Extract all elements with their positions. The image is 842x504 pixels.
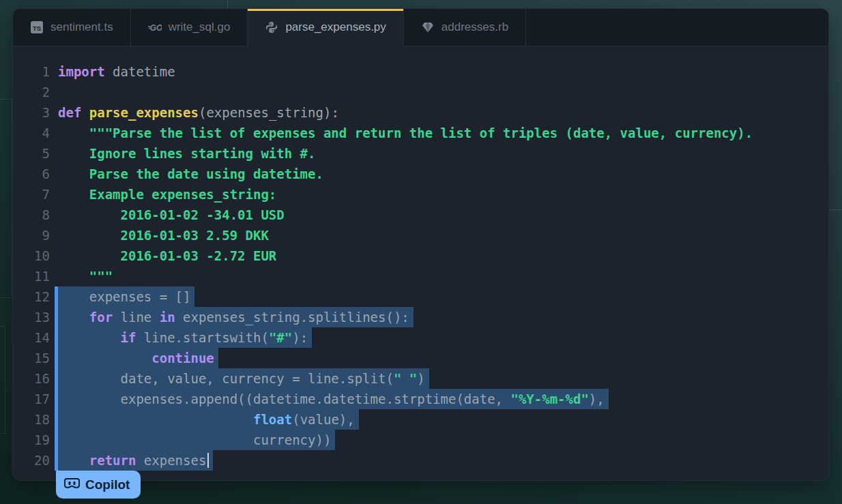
tab-bar: TSsentiment.tsGOwrite_sql.goparse_expens… [13, 9, 828, 46]
bar-slot [50, 205, 58, 225]
ruby-icon [421, 20, 435, 34]
code-text: float(value), [58, 409, 359, 430]
code-text: 2016-01-02 -34.01 USD [58, 205, 285, 225]
code-line-16[interactable]: 16 date, value, currency = line.split(" … [13, 368, 828, 389]
svg-text:TS: TS [33, 25, 41, 32]
line-number: 10 [13, 246, 50, 266]
code-text: def parse_expenses(expenses_string): [58, 102, 339, 123]
tab-sentiment-ts[interactable]: TSsentiment.ts [13, 9, 131, 46]
bar-slot [50, 82, 58, 102]
bar-slot [50, 225, 58, 246]
line-number: 20 [13, 450, 50, 471]
bar-slot [50, 246, 58, 266]
selection-bar [50, 430, 58, 450]
code-line-5[interactable]: 5 Ignore lines starting with #. [13, 143, 828, 164]
line-number: 6 [13, 164, 50, 184]
background-grid-box [0, 326, 5, 434]
line-number: 1 [13, 61, 50, 82]
line-number: 15 [13, 348, 50, 368]
line-number: 18 [13, 409, 50, 430]
code-text: return expenses [58, 450, 213, 471]
code-line-7[interactable]: 7 Example expenses_string: [13, 184, 828, 205]
code-text: expenses.append((datetime.datetime.strpt… [58, 389, 609, 409]
selection-bar [50, 307, 58, 327]
code-text: """ [58, 266, 113, 286]
code-line-4[interactable]: 4 """Parse the list of expenses and retu… [13, 123, 828, 143]
code-text: 2016-01-03 -2.72 EUR [58, 246, 276, 266]
line-number: 13 [13, 307, 50, 327]
code-line-1[interactable]: 1import datetime [13, 61, 828, 82]
code-line-12[interactable]: 12 expenses = [] [13, 286, 828, 307]
text-cursor [207, 453, 209, 468]
code-text: if line.startswith("#"): [58, 327, 312, 348]
code-text: Parse the date using datetime. [58, 164, 323, 184]
typescript-icon: TS [30, 20, 44, 34]
tab-label: sentiment.ts [50, 20, 113, 34]
code-line-2[interactable]: 2 [13, 82, 828, 102]
code-area[interactable]: 1import datetime23def parse_expenses(exp… [13, 46, 828, 481]
code-text: currency)) [58, 430, 335, 450]
bar-slot [50, 266, 58, 286]
line-number: 4 [13, 123, 50, 143]
bar-slot [50, 102, 58, 123]
code-line-8[interactable]: 8 2016-01-02 -34.01 USD [13, 205, 828, 225]
tab-parse_expenses-py[interactable]: parse_expenses.py [248, 9, 403, 46]
bar-slot [50, 164, 58, 184]
code-line-20[interactable]: 20 return expenses [13, 450, 828, 471]
line-number: 12 [13, 286, 50, 307]
code-line-6[interactable]: 6 Parse the date using datetime. [13, 164, 828, 184]
code-text: continue [58, 348, 218, 368]
code-text: Ignore lines starting with #. [58, 143, 316, 164]
background-grid-line [829, 209, 842, 210]
background-grid-box [0, 99, 12, 298]
line-number: 7 [13, 184, 50, 205]
selection-bar [50, 286, 58, 307]
code-text: 2016-01-03 2.59 DKK [58, 225, 269, 246]
copilot-badge: Copilot [56, 471, 141, 499]
line-number: 2 [13, 82, 50, 102]
go-icon: GO [148, 20, 162, 34]
code-text: for line in expenses_string.splitlines()… [58, 307, 413, 327]
selection-bar [50, 409, 58, 430]
code-text: import datetime [58, 61, 175, 82]
code-line-10[interactable]: 10 2016-01-03 -2.72 EUR [13, 246, 828, 266]
code-line-11[interactable]: 11 """ [13, 266, 828, 286]
code-text: expenses = [] [58, 286, 194, 307]
code-line-3[interactable]: 3def parse_expenses(expenses_string): [13, 102, 828, 123]
tab-write_sql-go[interactable]: GOwrite_sql.go [131, 9, 248, 46]
tab-bar-filler [526, 9, 828, 46]
code-text: Example expenses_string: [58, 184, 276, 205]
tab-addresses-rb[interactable]: addresses.rb [404, 9, 526, 46]
code-line-18[interactable]: 18 float(value), [13, 409, 828, 430]
code-line-13[interactable]: 13 for line in expenses_string.splitline… [13, 307, 828, 327]
line-number: 14 [13, 327, 50, 348]
code-line-19[interactable]: 19 currency)) [13, 430, 828, 450]
line-number: 8 [13, 205, 50, 225]
code-text: date, value, currency = line.split(" ") [58, 368, 429, 389]
selection-bar [50, 450, 58, 471]
selection-bar [50, 368, 58, 389]
code-text: """Parse the list of expenses and return… [58, 123, 753, 143]
page-background: { "theme": { "editor-bg": "#1c232c", "ta… [0, 0, 842, 504]
bar-slot [50, 184, 58, 205]
code-line-15[interactable]: 15 continue [13, 348, 828, 368]
code-editor-window: TSsentiment.tsGOwrite_sql.goparse_expens… [12, 8, 829, 481]
copilot-badge-label: Copilot [85, 477, 130, 492]
selection-bar [50, 327, 58, 348]
python-icon [265, 20, 278, 34]
line-number: 11 [13, 266, 50, 286]
line-number: 17 [13, 389, 50, 409]
line-number: 5 [13, 143, 50, 164]
bar-slot [50, 143, 58, 164]
background-grid-line [227, 0, 228, 8]
tab-label: write_sql.go [169, 20, 231, 34]
code-line-17[interactable]: 17 expenses.append((datetime.datetime.st… [13, 389, 828, 409]
tab-label: parse_expenses.py [285, 20, 386, 34]
bar-slot [50, 61, 58, 82]
copilot-logo-icon [64, 477, 80, 492]
bar-slot [50, 123, 58, 143]
selection-bar [50, 348, 58, 368]
code-line-14[interactable]: 14 if line.startswith("#"): [13, 327, 828, 348]
line-number: 9 [13, 225, 50, 246]
code-line-9[interactable]: 9 2016-01-03 2.59 DKK [13, 225, 828, 246]
